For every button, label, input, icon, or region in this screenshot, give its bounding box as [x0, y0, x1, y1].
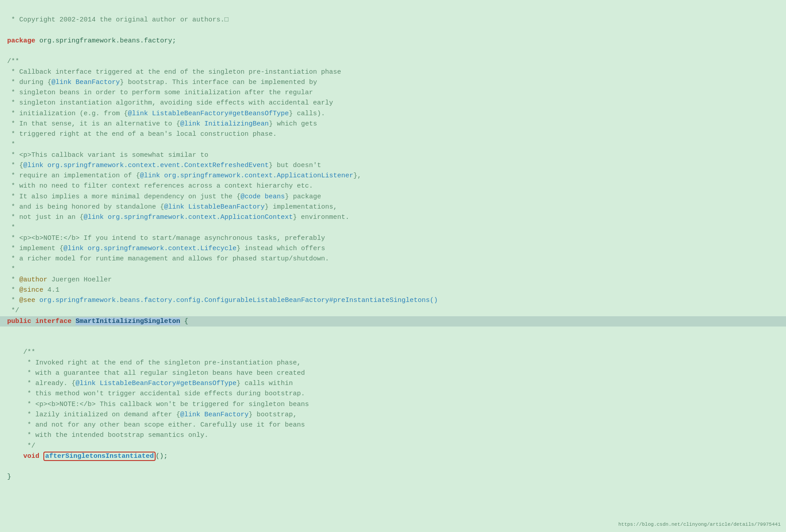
comment-14: * and is being honored by standalone {@l…	[7, 203, 337, 211]
method-comment-open: /**	[7, 348, 35, 356]
comment-12: * with no need to filter context referen…	[7, 182, 313, 190]
comment-10: * {@link org.springframework.context.eve…	[7, 162, 321, 169]
bottom-note: https://blog.csdn.net/clinyong/article/d…	[618, 521, 781, 528]
copyright-line: * Copyright 2002-2014 the original autho…	[7, 16, 228, 24]
comment-6: * In that sense, it is an alternative to…	[7, 120, 317, 128]
method-comment-1: * Invoked right at the end of the single…	[7, 359, 301, 367]
closing-brace: }	[7, 473, 11, 481]
method-comment-7: * and not for any other bean scope eithe…	[7, 421, 305, 429]
interface-declaration-line: public interface SmartInitializingSingle…	[0, 316, 786, 327]
comment-since: * @since 4.1	[7, 286, 59, 294]
comment-open: /**	[7, 58, 19, 65]
comment-19: * a richer model for runtime management …	[7, 255, 329, 263]
method-comment-4: * this method won't trigger accidental s…	[7, 390, 305, 398]
method-line: void afterSingletonsInstantiated();	[7, 452, 168, 461]
comment-close: */	[7, 307, 19, 314]
comment-16: *	[7, 224, 15, 231]
comment-see: * @see org.springframework.beans.factory…	[7, 297, 438, 304]
method-comment-close: */	[7, 442, 35, 450]
comment-author: * @author Juergen Hoeller	[7, 276, 112, 284]
comment-3: * singleton beans in order to perform so…	[7, 89, 313, 96]
method-comment-6: * lazily initialized on demand after {@l…	[7, 411, 297, 419]
comment-11: * require an implementation of {@link or…	[7, 172, 361, 180]
comment-1: * Callback interface triggered at the en…	[7, 68, 341, 76]
comment-5: * initialization (e.g. from {@link Lista…	[7, 110, 325, 117]
comment-2: * during {@link BeanFactory} bootstrap. …	[7, 79, 317, 86]
comment-18: * implement {@link org.springframework.c…	[7, 245, 325, 252]
comment-7: * triggered right at the end of a bean's…	[7, 130, 277, 138]
comment-8: *	[7, 141, 15, 148]
package-line: package org.springframework.beans.factor…	[7, 37, 176, 45]
method-comment-8: * with the intended bootstrap semantics …	[7, 431, 208, 439]
comment-15: * not just in an {@link org.springframew…	[7, 214, 349, 221]
method-comment-3: * already. {@link ListableBeanFactory#ge…	[7, 380, 293, 387]
comment-13: * It also implies a more minimal depende…	[7, 193, 321, 201]
method-comment-2: * with a guarantee that all regular sing…	[7, 369, 305, 377]
code-viewer: * Copyright 2002-2014 the original autho…	[7, 4, 779, 482]
comment-4: * singleton instantiation algorithm, avo…	[7, 99, 333, 107]
method-comment-5: * <p><b>NOTE:</b> This callback won't be…	[7, 401, 309, 408]
comment-9: * <p>This callback variant is somewhat s…	[7, 151, 208, 159]
comment-17: * <p><b>NOTE:</b> If you intend to start…	[7, 235, 325, 242]
comment-20: *	[7, 265, 15, 273]
